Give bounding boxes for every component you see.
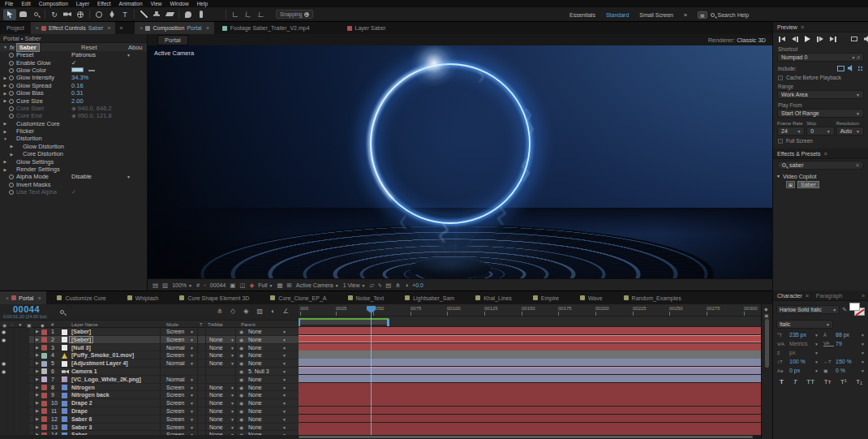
layer-name[interactable]: Nitrogen back — [71, 392, 110, 398]
baseline-shift-control[interactable]: Aa0 px▼ — [777, 368, 819, 373]
timeline-layer-row[interactable]: ▶ 9 Nitrogen back Screen ▼ None ▼ ◉ None… — [0, 391, 299, 399]
layer-mode-select[interactable]: Screen — [166, 408, 184, 414]
timeline-tab[interactable]: Wave — [569, 295, 613, 301]
layer-label-swatch[interactable] — [41, 416, 47, 422]
layer-mode-select[interactable]: Normal — [166, 345, 185, 351]
vertical-scale-control[interactable]: ↕T100 %▼ — [777, 359, 819, 364]
local-axis-mode[interactable] — [229, 9, 242, 20]
timeline-tab[interactable]: Core_Clone_EP_A — [260, 295, 337, 301]
property-value[interactable]: ✓ — [71, 188, 76, 196]
timeline-layer-row[interactable]: ▶ 11 Drape Screen ▼ None ▼ ◉ None ▼ — [0, 407, 299, 415]
timeline-layer-row[interactable]: ▶ 3 [Null 3] Normal ▼ None ▼ ◉ None ▼ — [0, 344, 299, 352]
clone-stamp-tool[interactable] — [150, 9, 163, 20]
audio-mute-icon[interactable] — [864, 36, 868, 42]
close-icon[interactable]: × — [140, 25, 143, 31]
tab-footage[interactable]: Footage Saber_Trailer_V2.mp4 — [214, 25, 318, 31]
close-icon[interactable]: × — [6, 295, 9, 301]
layer-trkmat-select[interactable]: None — [209, 392, 223, 398]
stopwatch-icon[interactable] — [8, 181, 16, 188]
layer-duration-bar[interactable] — [299, 383, 761, 390]
faux-bold-button[interactable]: T — [780, 378, 784, 385]
include-overlays-icon[interactable] — [857, 66, 863, 71]
timeline-layer-row[interactable]: ▶ 10 Drape 2 Screen ▼ None ▼ ◉ None ▼ — [0, 399, 299, 407]
tracking-control[interactable]: VA79▼ — [823, 341, 865, 346]
tsume-control[interactable]: ▣0 %▼ — [823, 368, 865, 373]
layer-label-swatch[interactable] — [41, 424, 47, 430]
effect-property-row[interactable]: Use Text Alpha ✓ — [0, 188, 147, 196]
layer-duration-bar[interactable] — [299, 343, 761, 351]
flowchart-icon[interactable]: ▤ — [153, 282, 158, 289]
stroke-width-control[interactable]: ≡px▼ — [777, 350, 819, 355]
property-value[interactable]: 2.00 — [71, 97, 84, 105]
layer-visibility-toggle[interactable]: ◉ — [2, 337, 6, 342]
layer-visibility-toggle[interactable]: ◉ — [2, 368, 6, 374]
timeline-search[interactable] — [60, 308, 64, 316]
layer-duration-bar[interactable] — [299, 335, 761, 342]
timeline-layer-row[interactable]: ▶ 4 [Puffy_Smoke_01.mov] Screen ▼ None ▼… — [0, 351, 299, 359]
layer-expand-arrow[interactable]: ▶ — [36, 329, 39, 334]
effect-property-row[interactable]: Enable Glow ✓ — [0, 58, 147, 66]
stopwatch-icon[interactable] — [8, 59, 16, 67]
parent-pickwhip-icon[interactable]: ◉ — [239, 352, 243, 358]
eyedropper-icon[interactable]: ✎ — [842, 307, 847, 313]
stopwatch-icon[interactable] — [8, 135, 16, 142]
stopwatch-icon[interactable] — [8, 51, 16, 58]
menu-composition[interactable]: Composition — [39, 1, 68, 6]
eraser-tool[interactable] — [163, 9, 176, 20]
magnify-icon[interactable]: ▥ — [162, 282, 168, 289]
stopwatch-icon[interactable] — [8, 97, 16, 105]
layer-trkmat-select[interactable]: None — [209, 360, 223, 366]
close-icon[interactable]: × — [36, 25, 39, 31]
layer-label-swatch[interactable] — [41, 408, 47, 414]
layer-parent-select[interactable]: None — [248, 416, 262, 422]
layer-mode-select[interactable]: Screen — [166, 392, 184, 398]
effect-reset-link[interactable]: Reset — [81, 44, 97, 51]
tab-composition[interactable]: × Composition Portal ≡ — [135, 22, 213, 34]
snapping-toggle[interactable]: Snapping — [276, 10, 313, 19]
effect-property-row[interactable]: ▶ Glow Spread 0.16 — [0, 82, 147, 89]
layer-name[interactable]: [Adjustment Layer 4] — [71, 360, 128, 366]
effect-property-row[interactable]: ▶ Glow Bias 0.31 — [0, 89, 147, 97]
layer-name[interactable]: Camera 1 — [71, 368, 97, 374]
small-caps-button[interactable]: Tᴛ — [824, 378, 831, 385]
layer-mode-select[interactable]: Normal — [166, 377, 185, 382]
subscript-button[interactable]: T₁ — [856, 378, 862, 385]
show-snapshot-icon[interactable]: ◫ — [239, 282, 245, 289]
layer-duration-bar[interactable] — [299, 407, 761, 414]
motion-blur-icon[interactable]: ◐ — [271, 308, 275, 315]
timeline-layer-row[interactable]: ▶ 7 [VC_Logo_White_2K.png] Normal ▼ ◉ No… — [0, 376, 299, 384]
layer-trkmat-select[interactable]: None — [209, 424, 223, 430]
workspace-essentials[interactable]: Essentials — [569, 12, 595, 18]
layer-duration-bar[interactable] — [299, 327, 761, 334]
layer-name[interactable]: [VC_Logo_White_2K.png] — [71, 377, 141, 382]
graph-editor-icon[interactable]: ∠ — [283, 308, 289, 315]
layer-label-swatch[interactable] — [41, 337, 47, 342]
include-audio-icon[interactable] — [848, 65, 854, 71]
effect-property-row[interactable]: Alpha Mode Disable ▼ — [0, 173, 147, 180]
leading-control[interactable]: Ā88 px▼ — [823, 332, 865, 338]
effect-property-row[interactable]: ▶ Render Settings — [0, 166, 147, 173]
stopwatch-icon[interactable] — [15, 150, 23, 157]
view-axis-mode[interactable] — [255, 9, 268, 20]
parent-pickwhip-icon[interactable]: ◉ — [239, 368, 243, 374]
effects-presets-header[interactable]: Effects & Presets≡ — [773, 148, 868, 159]
property-value[interactable]: Disable — [71, 173, 92, 180]
layer-name[interactable]: Nitrogen — [71, 385, 95, 390]
comp-crumb-tab[interactable]: Portal — [157, 35, 188, 45]
frame-blending-icon[interactable]: ▨ — [256, 308, 263, 315]
play-button[interactable] — [805, 36, 810, 42]
frame-rate-select[interactable]: 24▼ — [777, 127, 805, 136]
parent-pickwhip-icon[interactable]: ◉ — [239, 400, 243, 406]
effect-property-row[interactable]: ▼ Distortion — [0, 135, 147, 142]
property-value[interactable]: ✓ — [71, 59, 76, 67]
layer-parent-select[interactable]: None — [248, 337, 262, 342]
stopwatch-icon[interactable] — [8, 127, 16, 135]
layer-expand-arrow[interactable]: ▶ — [36, 360, 39, 365]
layer-name[interactable]: Drape 2 — [71, 400, 92, 406]
range-select[interactable]: Work Area▼ — [777, 90, 864, 99]
workspace-overflow[interactable]: » — [684, 12, 687, 18]
pixel-aspect-icon[interactable]: ▱ — [369, 282, 374, 289]
property-value[interactable]: 0.31 — [71, 89, 84, 97]
property-value[interactable]: ◈ 950.0, 121.8 — [71, 112, 112, 119]
camera-select[interactable]: Active Camera ▼ — [296, 282, 339, 288]
